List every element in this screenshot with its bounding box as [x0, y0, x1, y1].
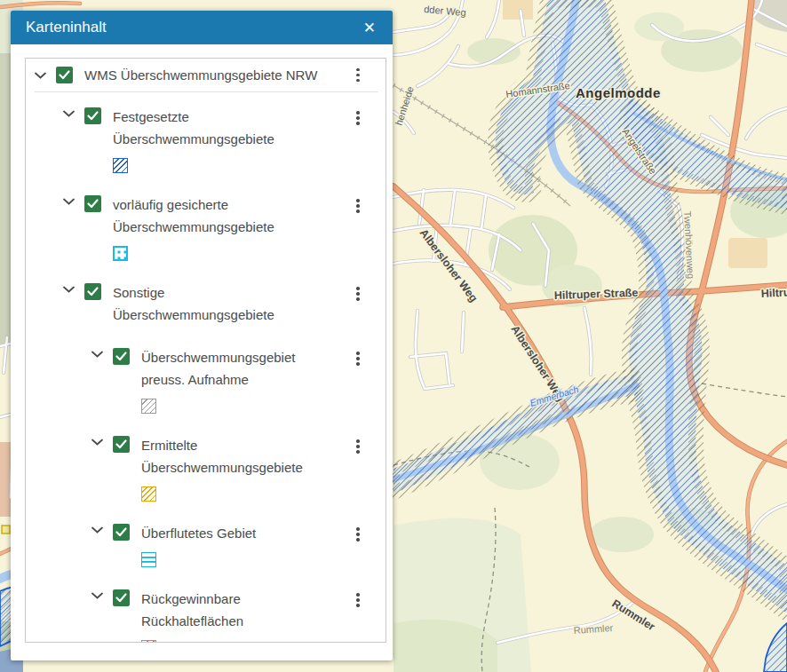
- layer-label: Überschwemmungsgebiet preuss. Aufnahme: [141, 346, 350, 391]
- chevron-down-icon[interactable]: [91, 588, 113, 599]
- close-icon[interactable]: ✕: [360, 19, 379, 37]
- panel-header: Karteninhalt ✕: [11, 11, 393, 44]
- layer-node-wms[interactable]: WMS Überschwemmungsgebiete NRW: [26, 59, 386, 92]
- layer-checkbox[interactable]: [113, 524, 130, 541]
- chevron-down-icon[interactable]: [63, 106, 84, 117]
- legend-swatch-horizontal-cyan: [141, 552, 156, 567]
- legend-swatch-dots-cyan: [113, 246, 128, 261]
- layer-node-rueckgewinnbare[interactable]: Rückgewinnbare Rückhalteflächen: [26, 574, 386, 643]
- layer-node-ueberflutetes-gebiet[interactable]: Überflutetes Gebiet: [26, 509, 386, 574]
- karteninhalt-panel: Karteninhalt ✕ WMS Überschwemmungsgebiet…: [11, 11, 393, 660]
- kebab-menu-icon[interactable]: [350, 68, 366, 83]
- layer-checkbox[interactable]: [56, 67, 73, 83]
- kebab-menu-icon[interactable]: [350, 434, 366, 454]
- layer-node-ermittelte[interactable]: Ermittelte Überschwemmungsgebiete: [26, 421, 386, 509]
- layer-checkbox[interactable]: [113, 348, 130, 365]
- kebab-menu-icon[interactable]: [350, 194, 366, 213]
- chevron-down-icon[interactable]: [35, 72, 56, 79]
- legend-swatch-diagonal-amber: [141, 486, 156, 502]
- legend-swatch-diagonal-blue: [113, 158, 128, 173]
- layer-tree: WMS Überschwemmungsgebiete NRW Festgeset…: [25, 58, 386, 643]
- kebab-menu-icon[interactable]: [350, 281, 366, 301]
- layer-label: Sonstige Überschwemmungsgebiete: [113, 281, 350, 326]
- layer-checkbox[interactable]: [84, 107, 101, 124]
- layer-label: Festgesetzte Überschwemmungsgebiete: [113, 106, 350, 150]
- layer-checkbox[interactable]: [113, 436, 130, 453]
- kebab-menu-icon[interactable]: [350, 106, 366, 125]
- layer-label: WMS Überschwemmungsgebiete NRW: [84, 64, 350, 86]
- legend-swatch-diagonal-gray: [141, 399, 156, 414]
- layer-node-sonstige[interactable]: Sonstige Überschwemmungsgebiete: [26, 268, 386, 333]
- layer-label: vorläufig gesicherte Überschwemmungsgebi…: [113, 194, 350, 238]
- legend-swatch-cross-red: [141, 640, 156, 643]
- kebab-menu-icon[interactable]: [350, 522, 366, 542]
- layer-node-festgesetzte[interactable]: Festgesetzte Überschwemmungsgebiete: [26, 92, 386, 180]
- street-label: Hiltru: [760, 286, 787, 300]
- place-label-angelmodde: Angelmodde: [576, 85, 661, 100]
- layer-checkbox[interactable]: [113, 589, 130, 606]
- chevron-down-icon[interactable]: [91, 346, 113, 358]
- kebab-menu-icon[interactable]: [350, 346, 366, 366]
- kebab-menu-icon[interactable]: [350, 588, 366, 607]
- layer-label: Ermittelte Überschwemmungsgebiete: [141, 434, 350, 478]
- layer-checkbox[interactable]: [84, 283, 101, 300]
- chevron-down-icon[interactable]: [63, 281, 84, 293]
- layer-node-preuss-aufnahme[interactable]: Überschwemmungsgebiet preuss. Aufnahme: [26, 333, 386, 421]
- chevron-down-icon[interactable]: [91, 434, 113, 446]
- panel-title: Karteninhalt: [26, 19, 360, 36]
- layer-label: Überflutetes Gebiet: [141, 522, 350, 544]
- layer-checkbox[interactable]: [84, 195, 101, 212]
- layer-node-vorlaeufig[interactable]: vorläufig gesicherte Überschwemmungsgebi…: [26, 180, 386, 268]
- chevron-down-icon[interactable]: [91, 522, 113, 534]
- layer-label: Rückgewinnbare Rückhalteflächen: [141, 588, 350, 632]
- chevron-down-icon[interactable]: [63, 194, 84, 205]
